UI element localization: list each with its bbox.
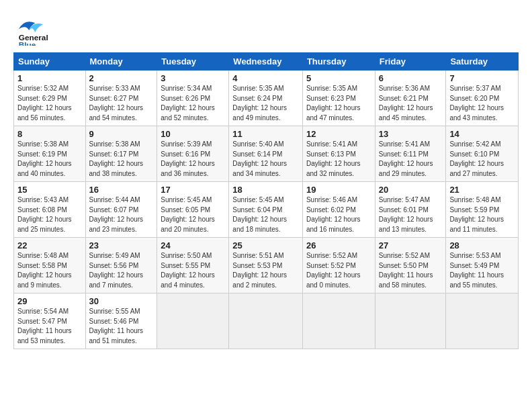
day-info: Sunrise: 5:45 AM Sunset: 6:05 PM Dayligh… [161,195,225,234]
day-info: Sunrise: 5:43 AM Sunset: 6:08 PM Dayligh… [17,195,82,234]
calendar-week-5: 29Sunrise: 5:54 AM Sunset: 5:47 PM Dayli… [14,293,519,349]
calendar-cell: 28Sunrise: 5:53 AM Sunset: 5:49 PM Dayli… [446,238,519,293]
day-number: 7 [449,73,515,83]
day-info: Sunrise: 5:44 AM Sunset: 6:07 PM Dayligh… [89,195,154,234]
calendar-cell: 27Sunrise: 5:52 AM Sunset: 5:50 PM Dayli… [375,238,446,293]
col-saturday: Saturday [446,53,519,71]
calendar-cell: 6Sunrise: 5:36 AM Sunset: 6:21 PM Daylig… [375,71,446,126]
day-number: 12 [306,129,371,139]
day-info: Sunrise: 5:32 AM Sunset: 6:29 PM Dayligh… [17,84,82,123]
calendar-cell: 11Sunrise: 5:40 AM Sunset: 6:14 PM Dayli… [229,126,303,182]
calendar-cell: 2Sunrise: 5:33 AM Sunset: 6:27 PM Daylig… [85,71,157,126]
page: General Blue Sunday Monday Tuesday Wedne… [0,0,532,356]
logo: General Blue [13,12,87,46]
day-number: 30 [89,296,154,306]
calendar-cell: 19Sunrise: 5:46 AM Sunset: 6:02 PM Dayli… [302,182,375,238]
day-number: 22 [17,240,82,250]
day-info: Sunrise: 5:38 AM Sunset: 6:17 PM Dayligh… [89,140,154,179]
day-info: Sunrise: 5:42 AM Sunset: 6:10 PM Dayligh… [449,140,515,179]
calendar-cell [446,293,519,349]
calendar-cell: 18Sunrise: 5:45 AM Sunset: 6:04 PM Dayli… [229,182,303,238]
day-info: Sunrise: 5:45 AM Sunset: 6:04 PM Dayligh… [232,195,299,234]
day-number: 2 [89,73,154,83]
calendar: Sunday Monday Tuesday Wednesday Thursday… [13,52,519,349]
day-info: Sunrise: 5:40 AM Sunset: 6:14 PM Dayligh… [232,140,299,179]
calendar-cell: 25Sunrise: 5:51 AM Sunset: 5:53 PM Dayli… [229,238,303,293]
calendar-cell: 1Sunrise: 5:32 AM Sunset: 6:29 PM Daylig… [14,71,86,126]
calendar-cell: 15Sunrise: 5:43 AM Sunset: 6:08 PM Dayli… [14,182,86,238]
calendar-cell: 20Sunrise: 5:47 AM Sunset: 6:01 PM Dayli… [375,182,446,238]
calendar-cell: 17Sunrise: 5:45 AM Sunset: 6:05 PM Dayli… [157,182,229,238]
day-info: Sunrise: 5:52 AM Sunset: 5:50 PM Dayligh… [379,251,443,290]
day-info: Sunrise: 5:53 AM Sunset: 5:49 PM Dayligh… [449,251,515,290]
day-number: 13 [379,129,443,139]
day-number: 17 [161,185,225,195]
day-info: Sunrise: 5:34 AM Sunset: 6:26 PM Dayligh… [161,84,225,123]
day-number: 14 [449,129,515,139]
col-wednesday: Wednesday [229,53,303,71]
calendar-cell: 29Sunrise: 5:54 AM Sunset: 5:47 PM Dayli… [14,293,86,349]
col-friday: Friday [375,53,446,71]
day-info: Sunrise: 5:41 AM Sunset: 6:11 PM Dayligh… [379,140,443,179]
col-monday: Monday [85,53,157,71]
day-number: 25 [232,240,299,250]
col-sunday: Sunday [14,53,86,71]
day-info: Sunrise: 5:48 AM Sunset: 5:59 PM Dayligh… [449,195,515,234]
day-number: 9 [89,129,154,139]
day-number: 5 [306,73,371,83]
day-number: 18 [232,185,299,195]
calendar-week-2: 8Sunrise: 5:38 AM Sunset: 6:19 PM Daylig… [14,126,519,182]
day-info: Sunrise: 5:39 AM Sunset: 6:16 PM Dayligh… [161,140,225,179]
calendar-cell [229,293,303,349]
calendar-cell: 5Sunrise: 5:35 AM Sunset: 6:23 PM Daylig… [302,71,375,126]
calendar-week-4: 22Sunrise: 5:48 AM Sunset: 5:58 PM Dayli… [14,238,519,293]
day-info: Sunrise: 5:55 AM Sunset: 5:46 PM Dayligh… [89,307,154,346]
header-row: Sunday Monday Tuesday Wednesday Thursday… [14,53,519,71]
logo-svg: General Blue [13,12,87,46]
calendar-cell: 8Sunrise: 5:38 AM Sunset: 6:19 PM Daylig… [14,126,86,182]
calendar-cell: 14Sunrise: 5:42 AM Sunset: 6:10 PM Dayli… [446,126,519,182]
day-number: 29 [17,296,82,306]
day-number: 26 [306,240,371,250]
calendar-cell: 10Sunrise: 5:39 AM Sunset: 6:16 PM Dayli… [157,126,229,182]
day-info: Sunrise: 5:35 AM Sunset: 6:23 PM Dayligh… [306,84,371,123]
calendar-cell: 23Sunrise: 5:49 AM Sunset: 5:56 PM Dayli… [85,238,157,293]
day-info: Sunrise: 5:51 AM Sunset: 5:53 PM Dayligh… [232,251,299,290]
day-info: Sunrise: 5:48 AM Sunset: 5:58 PM Dayligh… [17,251,82,290]
day-number: 1 [17,73,82,83]
day-number: 20 [379,185,443,195]
calendar-cell: 4Sunrise: 5:35 AM Sunset: 6:24 PM Daylig… [229,71,303,126]
day-number: 3 [161,73,225,83]
calendar-cell: 3Sunrise: 5:34 AM Sunset: 6:26 PM Daylig… [157,71,229,126]
day-number: 23 [89,240,154,250]
day-number: 15 [17,185,82,195]
day-info: Sunrise: 5:36 AM Sunset: 6:21 PM Dayligh… [379,84,443,123]
svg-text:Blue: Blue [19,40,36,46]
calendar-cell: 13Sunrise: 5:41 AM Sunset: 6:11 PM Dayli… [375,126,446,182]
calendar-cell: 21Sunrise: 5:48 AM Sunset: 5:59 PM Dayli… [446,182,519,238]
day-number: 19 [306,185,371,195]
day-info: Sunrise: 5:52 AM Sunset: 5:52 PM Dayligh… [306,251,371,290]
day-info: Sunrise: 5:37 AM Sunset: 6:20 PM Dayligh… [449,84,515,123]
day-number: 28 [449,240,515,250]
day-number: 16 [89,185,154,195]
day-info: Sunrise: 5:35 AM Sunset: 6:24 PM Dayligh… [232,84,299,123]
calendar-week-3: 15Sunrise: 5:43 AM Sunset: 6:08 PM Dayli… [14,182,519,238]
day-info: Sunrise: 5:41 AM Sunset: 6:13 PM Dayligh… [306,140,371,179]
day-info: Sunrise: 5:46 AM Sunset: 6:02 PM Dayligh… [306,195,371,234]
calendar-cell [375,293,446,349]
calendar-cell: 16Sunrise: 5:44 AM Sunset: 6:07 PM Dayli… [85,182,157,238]
day-info: Sunrise: 5:38 AM Sunset: 6:19 PM Dayligh… [17,140,82,179]
calendar-cell: 24Sunrise: 5:50 AM Sunset: 5:55 PM Dayli… [157,238,229,293]
calendar-cell: 7Sunrise: 5:37 AM Sunset: 6:20 PM Daylig… [446,71,519,126]
calendar-cell: 26Sunrise: 5:52 AM Sunset: 5:52 PM Dayli… [302,238,375,293]
calendar-week-1: 1Sunrise: 5:32 AM Sunset: 6:29 PM Daylig… [14,71,519,126]
calendar-cell [302,293,375,349]
header: General Blue [13,12,519,46]
day-info: Sunrise: 5:50 AM Sunset: 5:55 PM Dayligh… [161,251,225,290]
col-tuesday: Tuesday [157,53,229,71]
day-number: 10 [161,129,225,139]
day-info: Sunrise: 5:47 AM Sunset: 6:01 PM Dayligh… [379,195,443,234]
day-number: 6 [379,73,443,83]
day-info: Sunrise: 5:49 AM Sunset: 5:56 PM Dayligh… [89,251,154,290]
